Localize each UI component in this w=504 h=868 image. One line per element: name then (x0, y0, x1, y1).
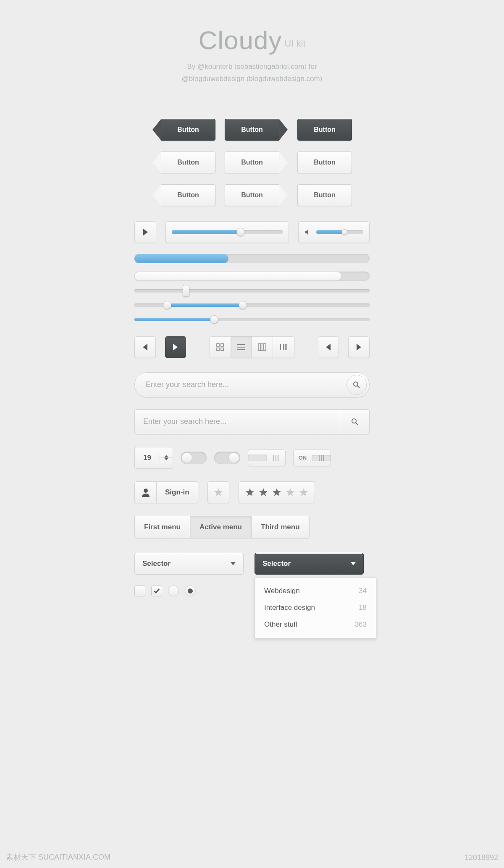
view-columns[interactable] (252, 337, 273, 358)
tab-label: First menu (144, 523, 181, 531)
select-label: Selector (262, 559, 291, 568)
select-label: Selector (142, 559, 171, 568)
slider-single[interactable] (134, 289, 370, 293)
view-barcode[interactable] (273, 337, 294, 358)
dropdown-item[interactable]: Other stuff363 (255, 616, 376, 633)
svg-rect-7 (258, 344, 260, 350)
view-switcher (210, 336, 294, 358)
switch-3-pos[interactable] (248, 450, 286, 466)
button-arrow-left[interactable]: Button (161, 152, 215, 173)
star-rating[interactable] (239, 481, 315, 503)
next-button-active[interactable] (165, 336, 186, 358)
switch-pos-2[interactable] (267, 455, 285, 461)
dropdown-count: 363 (355, 620, 367, 629)
svg-rect-13 (285, 344, 286, 350)
button-label: Button (314, 159, 336, 166)
star-icon (258, 487, 268, 497)
caret-left-icon (143, 344, 147, 350)
select-light[interactable]: Selector (134, 553, 244, 575)
button-arrow-right[interactable]: Button (225, 152, 279, 173)
star-icon (245, 487, 255, 497)
search-submit[interactable] (346, 375, 367, 395)
checkbox-unchecked[interactable] (134, 586, 145, 596)
volume-control[interactable] (298, 221, 370, 243)
button[interactable]: Button (297, 184, 352, 206)
seek-slider[interactable] (165, 221, 289, 243)
star-icon (285, 487, 295, 497)
search-rect[interactable]: Enter your search here... (134, 409, 370, 434)
slider-blue[interactable] (134, 318, 370, 321)
tab-label: Active menu (200, 523, 242, 531)
switch-off[interactable] (312, 455, 331, 461)
tab-third[interactable]: Third menu (251, 516, 310, 539)
dropdown-item[interactable]: Interface design18 (255, 599, 376, 616)
view-grid[interactable] (210, 337, 231, 358)
caret-up-icon (164, 455, 168, 458)
button-arrow-right[interactable]: Button (225, 184, 279, 206)
svg-rect-10 (280, 344, 281, 350)
svg-rect-8 (261, 344, 263, 350)
chevron-down-icon (231, 562, 236, 565)
search-placeholder: Enter your search here... (146, 380, 229, 389)
caret-right-icon (357, 344, 361, 350)
svg-rect-1 (221, 344, 223, 346)
tab-active[interactable]: Active menu (190, 516, 252, 539)
stepper-value: 19 (135, 454, 160, 462)
dropdown-label: Webdesign (264, 587, 300, 595)
number-stepper[interactable]: 19 (134, 447, 173, 469)
switch-pos-1[interactable] (248, 455, 267, 461)
button-label: Button (241, 126, 263, 133)
credit-line-2: @blogduwebdesign (blogduwebdesign.com) (134, 73, 370, 85)
prev-button[interactable] (134, 336, 156, 358)
caret-down-icon (164, 458, 168, 460)
dropdown-menu: Webdesign34 Interface design18 Other stu… (255, 577, 376, 638)
button-label: Button (314, 191, 336, 199)
lines-icon (273, 455, 278, 461)
search-submit[interactable] (340, 410, 369, 434)
radio-unchecked[interactable] (168, 586, 179, 596)
button-dark-arrow-right[interactable]: Button (225, 119, 279, 141)
radio-checked[interactable] (185, 586, 196, 596)
next-button-2[interactable] (348, 336, 370, 358)
button-dark[interactable]: Button (297, 119, 352, 141)
select-dark[interactable]: Selector (255, 553, 364, 575)
svg-rect-5 (237, 347, 245, 348)
stepper-down[interactable] (160, 458, 173, 460)
search-placeholder: Enter your search here... (143, 417, 226, 426)
svg-rect-4 (237, 344, 245, 345)
dropdown-label: Interface design (264, 604, 315, 612)
svg-rect-20 (276, 455, 276, 461)
signin-button[interactable]: Sign-in (134, 481, 198, 503)
tab-first[interactable]: First menu (134, 516, 190, 539)
switch-on-label: ON (294, 455, 312, 461)
svg-rect-12 (283, 344, 284, 350)
slider-range[interactable] (134, 303, 370, 307)
prev-button-2[interactable] (318, 336, 339, 358)
tab-bar: First menu Active menu Third menu (134, 516, 370, 539)
svg-rect-3 (221, 348, 223, 350)
dropdown-count: 18 (359, 604, 367, 612)
checkbox-checked[interactable] (151, 586, 162, 596)
button-dark-arrow-left[interactable]: Button (161, 119, 215, 141)
button[interactable]: Button (297, 152, 352, 173)
volume-icon (304, 229, 311, 235)
search-icon (353, 381, 360, 389)
star-single[interactable] (207, 481, 229, 503)
grid-icon (216, 343, 224, 351)
switch-on-off[interactable]: ON (293, 450, 331, 466)
svg-point-17 (352, 419, 356, 423)
play-button[interactable] (134, 221, 156, 243)
toggle-off[interactable] (181, 452, 207, 464)
toggle-on[interactable] (214, 452, 240, 464)
view-list[interactable] (231, 337, 252, 358)
signin-label: Sign-in (157, 488, 198, 497)
stepper-up[interactable] (160, 455, 173, 458)
dropdown-item[interactable]: Webdesign34 (255, 583, 376, 599)
svg-rect-21 (278, 455, 278, 461)
button-label: Button (241, 159, 263, 166)
svg-point-25 (144, 489, 148, 493)
button-arrow-left[interactable]: Button (161, 184, 215, 206)
star-icon (213, 487, 223, 497)
button-label: Button (177, 126, 199, 133)
search-rounded[interactable]: Enter your search here... (134, 372, 370, 397)
